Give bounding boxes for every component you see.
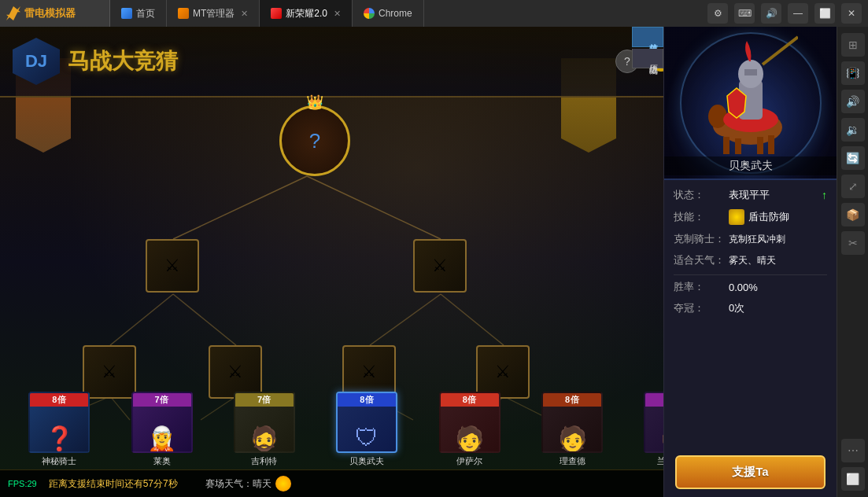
contestant-2[interactable]: 7倍 🧝 莱奥 <box>127 392 197 467</box>
settings-icon[interactable]: ⚙ <box>707 3 728 24</box>
taskbar-right: ⚙ ⌨ 🔊 — ⬜ ✕ <box>701 3 868 24</box>
more-icon[interactable]: ⋯ <box>841 439 865 462</box>
counter-row: 克制骑士： 克制狂风冲刺 <box>674 232 827 246</box>
quarter-node-3[interactable]: ⚔ <box>342 345 396 399</box>
shake-icon[interactable]: 📳 <box>841 61 865 85</box>
rotate-icon[interactable]: 🔄 <box>841 146 865 170</box>
svg-rect-16 <box>723 137 729 154</box>
window-sidebar-icon[interactable]: ⬜ <box>841 467 865 491</box>
tab-mt[interactable]: MT管理器 ✕ <box>167 0 260 27</box>
portrait-mystery-knight[interactable]: 8倍 ❓ <box>28 392 90 453</box>
svg-rect-24 <box>744 69 757 75</box>
name-beowulf: 贝奥武夫 <box>349 455 384 467</box>
badge-laio: 7倍 <box>133 393 191 407</box>
mt-icon <box>178 8 189 19</box>
champion-node: ? 👑 <box>279 105 350 176</box>
volume-sidebar-icon[interactable]: 🔊 <box>841 90 865 113</box>
svg-rect-19 <box>768 135 774 154</box>
portrait-richard[interactable]: 8倍 🧑 <box>541 392 603 453</box>
gillit-img: 🧔 <box>235 409 294 453</box>
fps-counter: FPS:29 <box>8 479 37 488</box>
volume-down-icon[interactable]: 🔉 <box>841 118 865 142</box>
contestant-4[interactable]: 8倍 🛡 贝奥武夫 <box>332 392 401 467</box>
knight-svg <box>704 33 798 159</box>
badge-beowulf: 8倍 <box>338 393 396 407</box>
semifinal-left-node[interactable]: ⚔ <box>146 239 199 293</box>
apk-icon[interactable]: 📦 <box>841 203 865 226</box>
crossed-swords-icon-6: ⚔ <box>495 362 511 382</box>
hero-portrait-area: 贝奥武夫 <box>664 27 837 180</box>
volume-icon[interactable]: 🔊 <box>761 3 781 24</box>
contestant-1[interactable]: 8倍 ❓ 神秘骑士 <box>24 392 94 467</box>
weather-info: 赛场天气：晴天 <box>205 476 291 491</box>
skill-row: 技能： 盾击防御 <box>674 209 827 225</box>
side-tabs: 英雄信息 历史战绩 <box>632 27 663 68</box>
game-logo: DJ <box>13 38 60 85</box>
tab-game-label: 新荣耀2.0 <box>286 7 327 20</box>
quarter-node-1[interactable]: ⚔ <box>83 345 136 399</box>
status-value: 表现平平 <box>729 188 822 202</box>
tab-game[interactable]: 新荣耀2.0 ✕ <box>260 0 353 27</box>
contestant-5[interactable]: 8倍 🧑 伊萨尔 <box>435 392 504 467</box>
skill-coin-icon <box>729 209 744 225</box>
counter-value: 克制狂风冲刺 <box>729 233 827 246</box>
status-row: 状态： 表现平平 ↑ <box>674 188 827 202</box>
grid-icon[interactable]: ⊞ <box>841 33 865 57</box>
tab-home[interactable]: 首页 <box>110 0 167 27</box>
scissors-icon[interactable]: ✂ <box>841 231 865 255</box>
crossed-swords-icon-5: ⚔ <box>361 362 377 382</box>
name-mystery-knight: 神秘骑士 <box>42 455 76 467</box>
winrate-label: 胜率： <box>674 280 729 294</box>
main-content: DJ 马战大竞猜 ? 💰 0 + 3,647,395 + <box>0 27 868 497</box>
chrome-icon <box>364 8 375 19</box>
tab-game-close[interactable]: ✕ <box>334 9 341 19</box>
right-sidebar: ⊞ 📳 🔊 🔉 🔄 ⤢ 📦 ✂ ⋯ ⬜ <box>837 27 868 497</box>
tab-chrome[interactable]: Chrome <box>353 0 424 27</box>
tab-home-label: 首页 <box>136 7 155 20</box>
isar-img: 🧑 <box>441 409 499 453</box>
hero-info-panel: 贝奥武夫 状态： 表现平平 ↑ 技能： 盾击防御 克制骑士： 克制狂风冲刺 适合… <box>663 27 837 497</box>
richard-img: 🧑 <box>543 409 601 453</box>
hero-name-tag: 贝奥武夫 <box>664 156 837 175</box>
badge-richard: 8倍 <box>543 393 601 407</box>
portrait-beowulf[interactable]: 8倍 🛡 <box>336 392 397 453</box>
keyboard-icon[interactable]: ⌨ <box>734 3 755 24</box>
name-laio: 莱奥 <box>153 455 171 467</box>
minimize-button[interactable]: — <box>788 3 808 24</box>
tab-history[interactable]: 历史战绩 <box>632 49 663 68</box>
support-button[interactable]: 支援Ta <box>675 455 826 489</box>
tab-hero-info[interactable]: 英雄信息 <box>632 27 663 47</box>
tabs-container: 首页 MT管理器 ✕ 新荣耀2.0 ✕ Chrome <box>110 0 701 27</box>
svg-rect-18 <box>757 137 763 154</box>
status-label: 状态： <box>674 188 729 202</box>
quarter-node-2[interactable]: ⚔ <box>209 345 262 399</box>
mystery-knight-img: ❓ <box>30 409 88 453</box>
svg-line-25 <box>763 37 798 64</box>
name-gillit: 吉利特 <box>251 455 277 467</box>
close-button[interactable]: ✕ <box>841 3 862 24</box>
tab-mt-label: MT管理器 <box>193 7 235 20</box>
winrate-row: 胜率： 0.00% <box>674 280 827 294</box>
name-richard: 理查德 <box>560 455 585 467</box>
portrait-isar[interactable]: 8倍 🧑 <box>439 392 500 453</box>
expand-icon[interactable]: ⤢ <box>841 175 865 198</box>
game-icon <box>271 8 282 19</box>
mystery-symbol: ? <box>309 129 320 153</box>
portrait-laio[interactable]: 7倍 🧝 <box>131 392 193 453</box>
laio-img: 🧝 <box>133 409 191 453</box>
portrait-gillit[interactable]: 7倍 🧔 <box>234 392 295 453</box>
quarter-node-4[interactable]: ⚔ <box>476 345 530 399</box>
restore-button[interactable]: ⬜ <box>814 3 835 24</box>
tab-mt-close[interactable]: ✕ <box>241 9 248 19</box>
contestant-3[interactable]: 7倍 🧔 吉利特 <box>230 392 299 467</box>
crossed-swords-icon-2: ⚔ <box>432 256 448 276</box>
taskbar: 雷电模拟器 首页 MT管理器 ✕ 新荣耀2.0 ✕ Chrome ⚙ ⌨ 🔊 —… <box>0 0 868 27</box>
svg-rect-17 <box>735 138 741 154</box>
weather-label: 赛场天气：晴天 <box>205 477 271 491</box>
semifinal-right-node[interactable]: ⚔ <box>413 239 467 293</box>
sun-icon <box>275 476 291 491</box>
app-logo: 雷电模拟器 <box>0 0 110 27</box>
game-title: 马战大竞猜 <box>68 46 178 76</box>
winrate-value: 0.00% <box>729 282 827 293</box>
contestant-6[interactable]: 8倍 🧑 理查德 <box>537 392 607 467</box>
